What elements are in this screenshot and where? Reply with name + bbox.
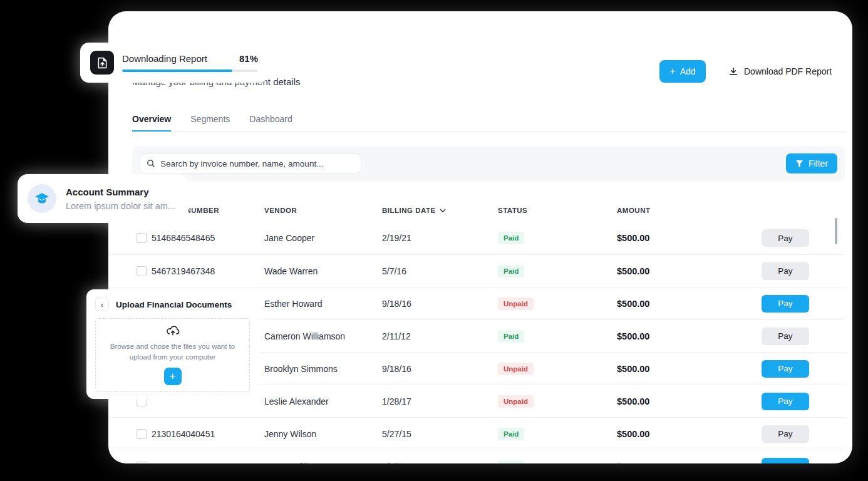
pay-button[interactable]: Pay [762,425,809,443]
cell-status: Unpaid [498,395,617,408]
cell-pay: Pay [762,295,809,313]
status-badge: Paid [498,232,524,244]
table-row: 5146846548465 Jane Cooper 2/19/21 Paid $… [108,222,845,254]
status-badge: Paid [498,330,524,343]
upload-card-title: Upload Financial Documents [116,300,232,309]
cell-status: Paid [498,232,617,244]
cell-billing-date: 5/27/15 [382,429,498,439]
cell-status: Unpaid [498,297,617,310]
add-button-label: Add [680,66,696,76]
cell-pay: Pay [762,360,809,378]
row-checkbox[interactable] [137,233,147,243]
cell-status: Paid [498,460,617,464]
column-header-billing-date[interactable]: BILLING DATE [382,207,498,214]
cell-pay: Pay [762,393,809,410]
cell-pay: Pay [762,229,809,247]
cell-status: Unpaid [498,363,617,375]
tab-overview[interactable]: Overview [132,114,171,132]
cell-pay: Pay [762,328,809,345]
cell-vendor: Brooklyn Simmons [264,364,382,374]
pay-button[interactable]: Pay [762,229,809,247]
cell-vendor: Jenny Wilson [264,429,382,439]
pay-button[interactable]: Pay [762,458,809,464]
toast-title: Downloading Report [122,53,207,64]
upload-financial-documents-card: ‹ Upload Financial Documents Browse and … [86,289,259,399]
account-summary-subtitle: Lorem ipsum dolor sit am... [66,201,175,211]
search-filter-panel: Filter [132,146,845,181]
progress-bar-fill [122,70,232,72]
cell-billing-date: 3/4/16 [382,462,498,464]
toast-body: Downloading Report 81% [122,53,258,72]
column-header-amount: AMOUNT [617,207,762,214]
pay-button[interactable]: Pay [762,262,809,280]
cell-status: Paid [498,265,617,277]
page-background: Manage your billing and payment details … [0,0,868,481]
downloading-report-toast: Downloading Report 81% [80,43,268,83]
plus-icon: + [170,371,176,381]
status-badge: Unpaid [498,297,534,310]
cell-vendor: Guy Hawkins [264,462,382,464]
cell-amount: $500.00 [617,331,762,341]
search-input[interactable] [160,159,354,168]
row-checkbox[interactable] [137,429,147,439]
cell-status: Paid [498,428,617,440]
add-file-button[interactable]: + [164,368,182,385]
cell-pay: Pay [762,458,809,464]
cell-billing-date: 1/28/17 [382,396,498,406]
filter-icon [795,160,803,168]
file-dropzone[interactable]: Browse and chose the files you want to u… [95,318,250,392]
progress-bar-track [122,70,258,72]
add-button[interactable]: + Add [659,60,706,83]
filter-button[interactable]: Filter [786,153,837,173]
row-checkbox[interactable] [137,266,147,276]
cell-amount: $500.00 [617,429,762,439]
download-pdf-report-label: Download PDF Report [744,66,832,76]
cell-billing-date: 5/7/16 [382,266,498,276]
cell-status: Paid [498,330,617,343]
cell-amount: $500.00 [617,299,762,309]
cell-amount: $500.00 [617,233,762,243]
search-icon [147,159,155,168]
download-pdf-report-button[interactable]: Download PDF Report [728,65,832,78]
billing-date-label: BILLING DATE [382,207,436,214]
toast-percent: 81% [239,53,258,64]
document-upload-icon [90,51,114,75]
graduation-cap-icon [34,190,50,207]
status-badge: Paid [498,460,524,464]
cell-amount: $500.00 [617,266,762,276]
pay-button[interactable]: Pay [762,328,809,345]
cell-amount: $500.00 [617,396,762,406]
tab-dashboard[interactable]: Dashboard [249,114,292,132]
column-header-status: STATUS [498,207,617,214]
cell-pay: Pay [762,425,809,443]
cell-billing-date: 9/18/16 [382,364,498,374]
summary-text: Account Summary Lorem ipsum dolor sit am… [66,187,175,211]
pay-button[interactable]: Pay [762,360,809,378]
row-checkbox[interactable] [137,462,147,464]
table-row: 0430194645404 Guy Hawkins 3/4/16 Paid $5… [108,450,845,463]
status-badge: Unpaid [498,363,534,375]
cell-vendor: Leslie Alexander [264,396,382,406]
chevron-left-icon: ‹ [101,301,103,309]
tab-bar: Overview Segments Dashboard [132,114,845,132]
cell-pay: Pay [762,262,809,280]
cell-invoice-number: 5146846548465 [152,233,264,243]
dropzone-description: Browse and chose the files you want to u… [105,341,241,362]
cloud-upload-icon [166,325,180,336]
pay-button[interactable]: Pay [762,295,809,313]
cell-vendor: Esther Howard [264,299,382,309]
cell-billing-date: 2/11/12 [382,331,498,341]
table-scrollbar-thumb[interactable] [835,218,837,244]
back-button[interactable]: ‹ [95,297,109,311]
pay-button[interactable]: Pay [762,393,809,410]
cell-vendor: Wade Warren [264,266,382,276]
account-summary-card[interactable]: Account Summary Lorem ipsum dolor sit am… [18,174,188,223]
column-header-vendor: VENDOR [264,207,382,214]
status-badge: Paid [498,428,524,440]
download-icon [728,66,738,76]
cell-billing-date: 9/18/16 [382,299,498,309]
search-box [140,153,361,173]
status-badge: Paid [498,265,524,277]
tab-segments[interactable]: Segments [190,114,230,132]
status-badge: Unpaid [498,395,534,408]
